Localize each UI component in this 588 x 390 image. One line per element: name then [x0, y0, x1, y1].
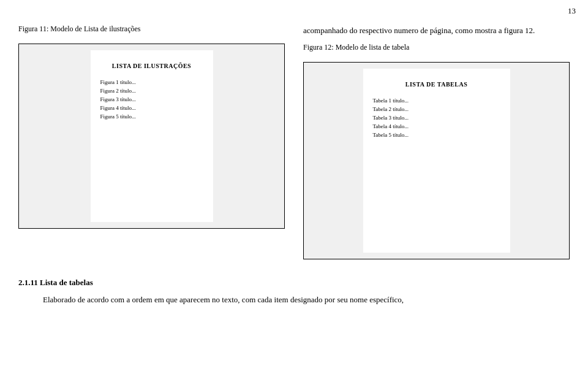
- figure12-preview: LISTA DE TABELAS Tabela 1 título... Tabe…: [303, 62, 570, 259]
- body-text: Elaborado de acordo com a ordem em que a…: [18, 294, 570, 307]
- list-item: Tabela 5 título...: [373, 132, 500, 138]
- section-heading: 2.1.11 Lista de tabelas: [18, 278, 570, 288]
- list-item: Figura 3 título...: [100, 96, 203, 102]
- left-column: Figura 11: Modelo de Lista de ilustraçõe…: [18, 25, 285, 259]
- list-item: Figura 5 título...: [100, 113, 203, 120]
- list-item: Tabela 3 título...: [373, 115, 500, 121]
- figure11-caption: Figura 11: Modelo de Lista de ilustraçõe…: [18, 25, 285, 34]
- list-item: Figura 1 título...: [100, 79, 203, 85]
- list-item: Tabela 4 título...: [373, 123, 500, 129]
- right-column: acompanhado do respectivo numero de pági…: [303, 25, 570, 259]
- list-item: Figura 2 título...: [100, 88, 203, 94]
- list-item: Tabela 1 título...: [373, 98, 500, 104]
- figure12-doc-list: Tabela 1 título... Tabela 2 título... Ta…: [373, 98, 500, 138]
- figure12-caption: Figura 12: Modelo de lista de tabela: [303, 43, 570, 52]
- list-item: Figura 4 título...: [100, 105, 203, 111]
- figure11-doc-title: LISTA DE ILUSTRAÇÕES: [100, 63, 203, 69]
- figure12-doc-title: LISTA DE TABELAS: [373, 81, 500, 88]
- figure11-preview: LISTA DE ILUSTRAÇÕES Figura 1 título... …: [18, 44, 285, 229]
- list-item: Tabela 2 título...: [373, 106, 500, 112]
- page-number: 13: [568, 6, 576, 16]
- figure11-document: LISTA DE ILUSTRAÇÕES Figura 1 título... …: [91, 50, 213, 222]
- right-intro-text: acompanhado do respectivo numero de pági…: [303, 25, 570, 37]
- bottom-section: 2.1.11 Lista de tabelas Elaborado de aco…: [0, 278, 588, 319]
- figure12-document: LISTA DE TABELAS Tabela 1 título... Tabe…: [363, 69, 510, 253]
- figure11-doc-list: Figura 1 título... Figura 2 título... Fi…: [100, 79, 203, 120]
